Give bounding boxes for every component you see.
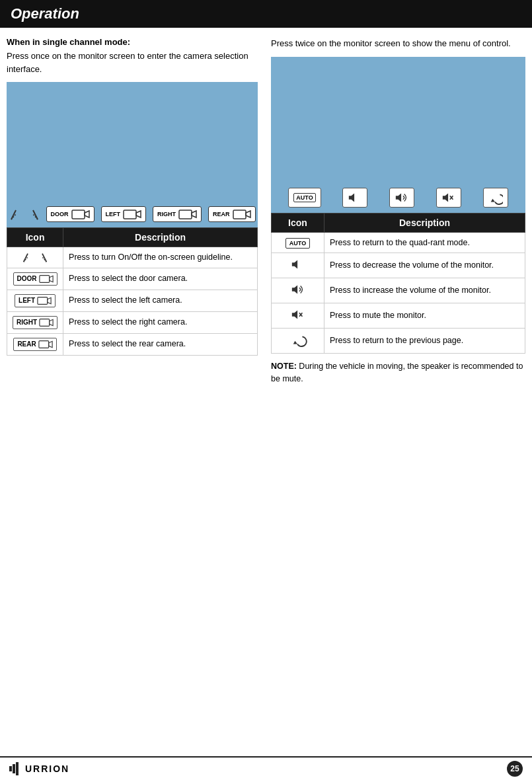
intro-title: When in single channel mode: xyxy=(7,37,258,47)
rear-table-icon xyxy=(38,340,53,349)
volume-mute-button[interactable] xyxy=(436,188,461,208)
auto-icon-cell: AUTO xyxy=(272,232,324,253)
svg-rect-20 xyxy=(40,319,50,326)
svg-rect-4 xyxy=(72,210,85,219)
volume-down-icon xyxy=(348,190,362,205)
right-description-table: Icon Description AUTO Press to return to… xyxy=(271,213,525,354)
main-content: When in single channel mode: Press once … xyxy=(0,37,532,385)
note-text: During the vehicle in moving, the speake… xyxy=(271,362,523,383)
door-table-icon xyxy=(39,274,54,284)
intro-text: Press once on the monitor screen to ente… xyxy=(7,50,258,75)
left-label: LEFT xyxy=(106,211,121,217)
left-icon-cell: LEFT xyxy=(7,290,63,311)
svg-marker-32 xyxy=(291,286,297,294)
mute-table-icon xyxy=(289,307,307,322)
volume-down-button[interactable] xyxy=(342,188,367,208)
rear-text: REAR xyxy=(17,340,36,348)
left-description-table: Icon Description xyxy=(7,227,258,356)
left-desc: Press to select the left camera. xyxy=(63,290,258,311)
brand-name: URRION xyxy=(25,763,69,774)
svg-marker-24 xyxy=(349,193,354,202)
svg-marker-21 xyxy=(50,319,53,325)
svg-marker-17 xyxy=(49,276,52,282)
svg-rect-18 xyxy=(38,297,48,304)
right-intro-text: Press twice on the monitor screen to sho… xyxy=(271,37,525,50)
svg-marker-33 xyxy=(291,311,297,319)
svg-rect-38 xyxy=(13,764,15,773)
table-row: RIGHT Press to select the right camera. xyxy=(7,311,258,333)
page-number: 25 xyxy=(507,761,523,777)
note-section: NOTE: During the vehicle in moving, the … xyxy=(271,360,525,385)
page-title: Operation xyxy=(11,5,79,22)
svg-rect-10 xyxy=(233,210,246,219)
footer: URRION 25 xyxy=(0,756,532,780)
right-desc: Press to select the right camera. xyxy=(63,311,258,333)
table-row: AUTO Press to return to the quad-rant mo… xyxy=(272,232,525,253)
svg-rect-22 xyxy=(39,340,49,348)
vol-down-desc: Press to decrease the volume of the moni… xyxy=(324,253,525,278)
vol-up-desc: Press to increase the volume of the moni… xyxy=(324,278,525,303)
volume-up-icon xyxy=(395,190,409,205)
monitor-preview xyxy=(271,57,525,182)
table-row: Press to return to the previous page. xyxy=(272,329,525,354)
return-table-icon xyxy=(289,332,307,347)
vol-down-icon-cell xyxy=(272,253,324,278)
guideline-desc: Press to turn On/Off the on-screen guide… xyxy=(63,247,258,268)
guide-icon-1 xyxy=(22,251,34,263)
svg-marker-7 xyxy=(136,211,141,217)
svg-marker-31 xyxy=(291,260,297,269)
return-button[interactable] xyxy=(483,188,508,208)
vol-up-table-icon xyxy=(289,282,307,297)
door-cam-icon xyxy=(71,208,90,220)
volume-up-button[interactable] xyxy=(389,188,414,208)
rear-desc: Press to select the rear camera. xyxy=(63,333,258,355)
camera-preview xyxy=(7,82,258,201)
rear-label: REAR xyxy=(213,211,230,217)
left-cam-icon xyxy=(123,208,141,220)
svg-rect-8 xyxy=(179,210,192,219)
table-row: LEFT Press to select the left camera. xyxy=(7,290,258,311)
svg-rect-37 xyxy=(9,766,12,771)
door-label: DOOR xyxy=(51,211,69,217)
auto-badge: AUTO xyxy=(285,238,310,249)
left-table-icon xyxy=(37,296,52,305)
left-icon-header: Icon xyxy=(7,228,63,247)
auto-button[interactable]: AUTO xyxy=(288,188,321,208)
right-label: RIGHT xyxy=(157,211,176,217)
guideline-icons[interactable] xyxy=(9,208,40,221)
svg-marker-27 xyxy=(443,193,448,202)
left-text: LEFT xyxy=(19,297,35,304)
camera-toolbar: DOOR LEFT RIGHT xyxy=(7,201,258,227)
left-column: When in single channel mode: Press once … xyxy=(7,37,258,385)
svg-marker-9 xyxy=(192,211,196,217)
control-toolbar: AUTO xyxy=(271,182,525,213)
left-button[interactable]: LEFT xyxy=(101,206,147,222)
svg-marker-26 xyxy=(396,193,401,202)
svg-marker-30 xyxy=(490,198,494,202)
guide-icon-2 xyxy=(36,251,48,263)
right-button[interactable]: RIGHT xyxy=(153,206,202,222)
auto-label: AUTO xyxy=(293,193,315,202)
right-cam-icon xyxy=(178,208,197,220)
svg-marker-36 xyxy=(293,341,297,344)
guideline-left-icon xyxy=(9,208,22,221)
door-button[interactable]: DOOR xyxy=(46,206,95,222)
table-row: Press to mute the monitor. xyxy=(272,303,525,329)
mute-desc: Press to mute the monitor. xyxy=(324,303,525,329)
rear-button[interactable]: REAR xyxy=(208,206,256,222)
svg-rect-16 xyxy=(39,275,49,282)
svg-marker-11 xyxy=(246,211,250,217)
door-icon-cell: DOOR xyxy=(7,268,63,290)
rear-cam-icon xyxy=(233,208,251,220)
table-row: REAR Press to select the rear camera. xyxy=(7,333,258,355)
guideline-icon-cell xyxy=(7,247,63,268)
return-icon-cell xyxy=(272,329,324,354)
mute-icon-cell xyxy=(272,303,324,329)
page-header: Operation xyxy=(0,0,532,28)
right-table-icon xyxy=(39,318,54,327)
svg-marker-19 xyxy=(48,297,51,303)
right-column: Press twice on the monitor screen to sho… xyxy=(271,37,525,385)
table-row: DOOR Press to select the door camera. xyxy=(7,268,258,290)
note-label: NOTE: xyxy=(271,362,297,371)
svg-rect-6 xyxy=(124,210,136,219)
